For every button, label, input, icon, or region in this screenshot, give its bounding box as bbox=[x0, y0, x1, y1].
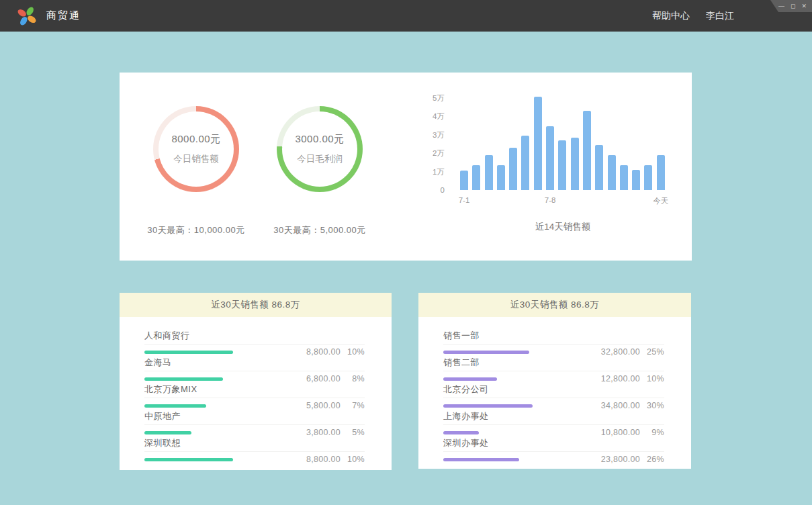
bar-chart-bar bbox=[657, 155, 665, 190]
y-axis-tick-label: 1万 bbox=[433, 167, 445, 177]
list-item: 人和商贸行 8,800.0010% bbox=[144, 329, 365, 351]
today-profit-30day-max: 30天最高：5,000.00元 bbox=[273, 224, 366, 236]
row-label: 上海办事处 bbox=[443, 411, 489, 421]
progress-bar bbox=[144, 458, 233, 461]
bar-chart-bar bbox=[521, 136, 529, 190]
today-sales-30day-max: 30天最高：10,000.00元 bbox=[147, 224, 244, 236]
row-amount: 23,800.00 bbox=[592, 455, 640, 464]
today-profit-donut-center: 3000.00元 今日毛利润 bbox=[282, 111, 357, 187]
progress-bar bbox=[144, 431, 191, 434]
progress-bar bbox=[144, 377, 223, 381]
close-button[interactable]: ✕ bbox=[801, 3, 807, 9]
list-item: 深圳办事处 23,800.0026% bbox=[443, 437, 664, 459]
customer-sales-card-title: 近30天销售额 86.8万 bbox=[120, 293, 392, 317]
bar-chart-bar bbox=[546, 126, 554, 190]
row-label: 深圳联想 bbox=[144, 438, 181, 448]
progress-bar bbox=[443, 351, 529, 354]
x-axis-tick-label: 7-1 bbox=[459, 196, 470, 204]
y-axis-tick-label: 5万 bbox=[433, 93, 445, 103]
row-amount: 5,800.00 bbox=[292, 401, 341, 410]
list-item: 销售一部 32,800.0025% bbox=[443, 329, 664, 351]
today-sales-label: 今日销售额 bbox=[173, 153, 219, 165]
bar-chart-bar bbox=[534, 97, 542, 190]
progress-bar bbox=[144, 351, 233, 354]
minimize-button[interactable]: — bbox=[778, 3, 784, 9]
bar-chart-bar bbox=[497, 165, 505, 190]
row-percent: 10% bbox=[640, 374, 664, 383]
row-percent: 10% bbox=[341, 455, 365, 464]
bar-chart-bar bbox=[472, 165, 480, 190]
list-item: 北京分公司 34,800.0030% bbox=[443, 383, 664, 405]
bar-chart-bar bbox=[620, 165, 628, 190]
row-percent: 26% bbox=[640, 455, 664, 464]
customer-sales-card: 近30天销售额 86.8万 人和商贸行 8,800.0010% 金海马 6,80… bbox=[120, 293, 392, 470]
row-label: 深圳办事处 bbox=[443, 438, 489, 448]
bar-chart-bar bbox=[485, 155, 493, 190]
today-sales-donut: 8000.00元 今日销售额 30天最高：10,000.00元 bbox=[153, 106, 239, 192]
row-percent: 7% bbox=[341, 401, 365, 410]
row-amount: 32,800.00 bbox=[592, 347, 640, 357]
titlebar: 商贸通 帮助中心 李白江 — ◻ ✕ bbox=[0, 0, 812, 32]
customer-sales-rows: 人和商贸行 8,800.0010% 金海马 6,800.008% 北京万象MIX… bbox=[120, 317, 392, 459]
bar-chart-title: 近14天销售额 bbox=[460, 221, 666, 233]
department-sales-card-title: 近30天销售额 86.8万 bbox=[418, 293, 691, 317]
today-sales-value: 8000.00元 bbox=[171, 133, 220, 146]
x-axis-tick-label: 今天 bbox=[653, 196, 668, 206]
row-label: 中原地产 bbox=[144, 411, 181, 421]
row-amount: 6,800.00 bbox=[292, 374, 341, 383]
y-axis-tick-label: 4万 bbox=[433, 111, 445, 121]
row-percent: 10% bbox=[341, 347, 365, 357]
bar-chart-bar bbox=[583, 111, 591, 190]
row-amount: 34,800.00 bbox=[592, 401, 640, 410]
bar-chart-bar bbox=[558, 140, 566, 190]
row-amount: 8,800.00 bbox=[292, 455, 341, 464]
list-item: 金海马 6,800.008% bbox=[144, 356, 365, 378]
app-logo-icon bbox=[15, 5, 38, 28]
progress-track bbox=[144, 431, 292, 434]
list-item: 深圳联想 8,800.0010% bbox=[144, 437, 365, 459]
list-item: 上海办事处 10,800.009% bbox=[443, 410, 664, 432]
progress-track bbox=[443, 351, 592, 354]
progress-bar bbox=[443, 404, 533, 408]
progress-track bbox=[443, 458, 592, 461]
sales-14day-bar-chart bbox=[460, 93, 666, 190]
row-label: 北京万象MIX bbox=[144, 384, 197, 394]
row-label: 销售二部 bbox=[443, 357, 480, 367]
row-label: 人和商贸行 bbox=[144, 330, 190, 340]
progress-track bbox=[443, 404, 592, 408]
row-label: 销售一部 bbox=[443, 330, 480, 340]
progress-track bbox=[144, 377, 292, 381]
x-axis-tick-label: 7-8 bbox=[545, 196, 556, 204]
window-controls: — ◻ ✕ bbox=[770, 0, 812, 12]
progress-track bbox=[443, 377, 592, 381]
list-item: 销售二部 12,800.0010% bbox=[443, 356, 664, 378]
progress-track bbox=[144, 404, 292, 408]
progress-bar bbox=[443, 377, 497, 381]
progress-bar bbox=[443, 458, 519, 461]
row-percent: 9% bbox=[640, 428, 664, 437]
y-axis-tick-label: 2万 bbox=[433, 148, 445, 158]
row-label: 金海马 bbox=[144, 357, 172, 367]
bar-chart-bar bbox=[644, 165, 652, 190]
today-profit-label: 今日毛利润 bbox=[297, 153, 343, 165]
app-title: 商贸通 bbox=[46, 9, 81, 22]
list-item: 北京万象MIX 5,800.007% bbox=[144, 383, 365, 405]
maximize-button[interactable]: ◻ bbox=[791, 3, 795, 9]
row-percent: 30% bbox=[640, 401, 664, 410]
y-axis-tick-label: 3万 bbox=[433, 130, 445, 140]
user-menu[interactable]: 李白江 bbox=[706, 10, 734, 22]
row-amount: 3,800.00 bbox=[292, 428, 341, 437]
progress-track bbox=[144, 351, 292, 354]
help-center-link[interactable]: 帮助中心 bbox=[652, 10, 690, 22]
bar-chart-bar bbox=[608, 155, 616, 190]
row-percent: 25% bbox=[640, 347, 664, 357]
bar-chart-bar bbox=[595, 145, 603, 190]
row-label: 北京分公司 bbox=[443, 384, 489, 394]
progress-track bbox=[443, 431, 592, 434]
row-percent: 8% bbox=[341, 374, 365, 383]
row-amount: 10,800.00 bbox=[592, 428, 640, 437]
row-amount: 8,800.00 bbox=[292, 347, 341, 357]
y-axis-tick-label: 0 bbox=[441, 185, 445, 195]
list-item: 中原地产 3,800.005% bbox=[144, 410, 365, 432]
top-nav: 帮助中心 李白江 bbox=[652, 0, 734, 32]
